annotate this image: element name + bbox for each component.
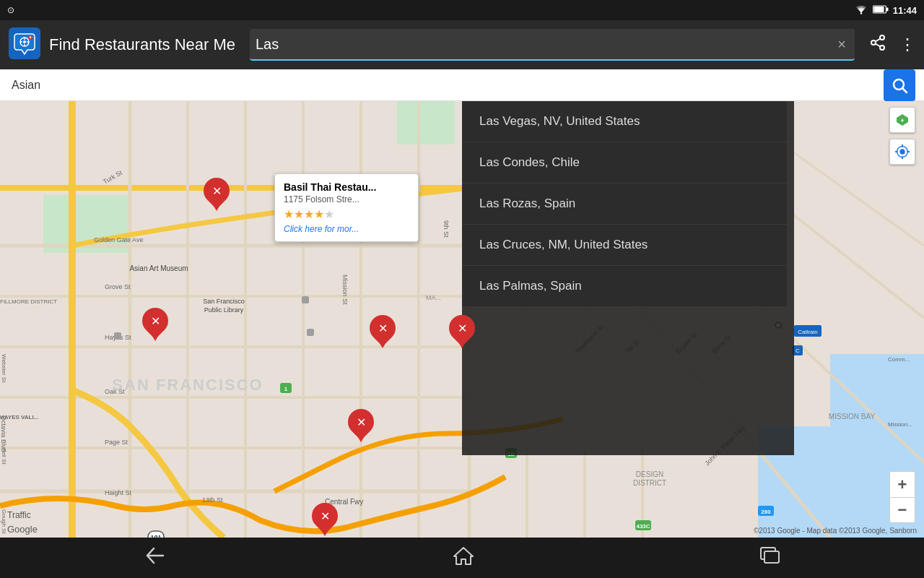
svg-text:Asian Art Museum: Asian Art Museum (129, 264, 188, 272)
map-area[interactable]: Turk St Golden Gate Ave Grove St Hayes S… (0, 101, 924, 538)
svg-text:Public Library: Public Library (204, 306, 244, 314)
svg-line-18 (903, 88, 907, 92)
svg-text:C: C (796, 348, 800, 354)
traffic-label: Traffic (7, 510, 31, 520)
svg-text:MISSION BAY: MISSION BAY (829, 413, 876, 420)
svg-rect-116 (764, 551, 779, 563)
restaurant-marker[interactable]: ✕ (204, 178, 230, 210)
autocomplete-item-1[interactable]: Las Condes, Chile (462, 142, 787, 184)
svg-text:Fell St: Fell St (1, 448, 7, 465)
svg-text:♦: ♦ (901, 117, 904, 124)
svg-point-14 (880, 46, 884, 50)
svg-point-0 (860, 12, 862, 14)
search-input[interactable] (256, 36, 834, 53)
svg-text:Mission St: Mission St (341, 275, 349, 305)
svg-text:SAN FRANCISCO: SAN FRANCISCO (112, 376, 263, 394)
share-icon[interactable] (869, 34, 886, 56)
svg-rect-103 (114, 332, 121, 340)
autocomplete-item-3[interactable]: Las Cruces, NM, United States (462, 225, 787, 266)
search-button[interactable] (884, 69, 915, 101)
top-bar-icons: ⋮ (869, 34, 915, 56)
svg-text:Webster St: Webster St (1, 354, 7, 383)
svg-text:Comm...: Comm... (888, 356, 910, 363)
restaurant-marker[interactable]: ✕ (370, 315, 396, 347)
gps-status-icon: ⊙ (7, 5, 14, 15)
svg-text:280: 280 (761, 509, 771, 515)
filter-bar: Asian (0, 69, 924, 101)
battery-icon (873, 5, 889, 16)
info-popup: Basil Thai Restau... 1175 Folsom Stre...… (274, 173, 419, 242)
map-layer-button[interactable]: ♦ (889, 107, 915, 133)
popup-link[interactable]: Click here for mor... (284, 224, 409, 234)
autocomplete-dropdown: Las Vegas, NV, United States Las Condes,… (462, 101, 787, 306)
restaurant-marker[interactable]: ✕ (142, 308, 168, 340)
app-icon (9, 27, 40, 62)
autocomplete-item-4[interactable]: Las Palmas, Spain (462, 266, 787, 306)
clear-button[interactable]: × (834, 33, 849, 56)
svg-line-15 (876, 44, 881, 47)
svg-text:DISTRICT: DISTRICT (633, 479, 666, 487)
autocomplete-item-0[interactable]: Las Vegas, NV, United States (462, 101, 787, 142)
time-display: 11:44 (893, 5, 917, 16)
my-location-button[interactable] (889, 139, 915, 165)
app-title: Find Restaurants Near Me (49, 35, 235, 54)
svg-text:MA...: MA... (426, 294, 441, 301)
popup-address: 1175 Folsom Stre... (284, 194, 409, 204)
svg-text:HAYES VALI...: HAYES VALI... (0, 414, 38, 420)
home-button[interactable] (436, 540, 491, 577)
more-menu-icon[interactable]: ⋮ (899, 35, 915, 54)
popup-restaurant-name: Basil Thai Restau... (284, 181, 409, 193)
top-bar: Find Restaurants Near Me × ⋮ (0, 20, 924, 69)
autocomplete-item-2[interactable]: Las Rozas, Spain (462, 184, 787, 225)
svg-text:Caltrain: Caltrain (798, 329, 818, 335)
recent-apps-button[interactable] (743, 541, 798, 575)
svg-rect-3 (873, 7, 884, 12)
map-copyright: ©2013 Google - Map data ©2013 Google, Sa… (754, 527, 917, 535)
svg-rect-102 (307, 329, 314, 336)
svg-text:Golden Gate Ave: Golden Gate Ave (94, 236, 143, 243)
zoom-out-button[interactable]: − (889, 497, 915, 523)
back-button[interactable] (126, 540, 184, 576)
svg-text:San Francisco: San Francisco (203, 298, 245, 305)
svg-point-13 (871, 40, 876, 45)
status-bar: ⊙ 11:44 (0, 0, 924, 20)
svg-point-107 (899, 149, 905, 154)
zoom-in-button[interactable]: + (889, 471, 915, 497)
svg-rect-21 (397, 101, 455, 144)
svg-text:13th St: 13th St (202, 496, 223, 504)
zoom-controls: + − (889, 471, 915, 523)
svg-text:DESIGN: DESIGN (636, 470, 663, 478)
svg-rect-101 (302, 296, 309, 303)
svg-text:9th St: 9th St (443, 220, 450, 238)
svg-marker-114 (454, 548, 473, 564)
bottom-navigation-bar (0, 538, 924, 578)
svg-text:Page St: Page St (105, 439, 128, 446)
restaurant-marker[interactable]: ✕ (449, 315, 475, 347)
svg-text:Mission...: Mission... (888, 421, 912, 428)
wifi-icon (854, 4, 868, 17)
popup-stars: ★★★★★ (284, 207, 409, 221)
google-watermark: Google (7, 524, 38, 535)
svg-rect-2 (886, 7, 889, 11)
restaurant-marker[interactable]: ✕ (348, 409, 374, 441)
svg-text:Haight St: Haight St (105, 489, 132, 496)
svg-text:433C: 433C (636, 523, 650, 530)
svg-text:Gough St: Gough St (1, 509, 7, 535)
svg-line-16 (876, 39, 881, 42)
svg-point-12 (880, 35, 884, 40)
search-container: × (250, 29, 855, 61)
svg-text:Octavia Blvd: Octavia Blvd (0, 415, 7, 452)
svg-text:Grove St: Grove St (105, 283, 131, 290)
svg-point-6 (23, 40, 26, 43)
restaurant-marker[interactable]: ✕ (312, 503, 338, 535)
svg-text:FILLMORE DISTRICT: FILLMORE DISTRICT (0, 298, 57, 305)
map-controls: ♦ (889, 107, 915, 165)
filter-label: Asian (12, 79, 40, 92)
svg-text:1: 1 (284, 386, 288, 392)
